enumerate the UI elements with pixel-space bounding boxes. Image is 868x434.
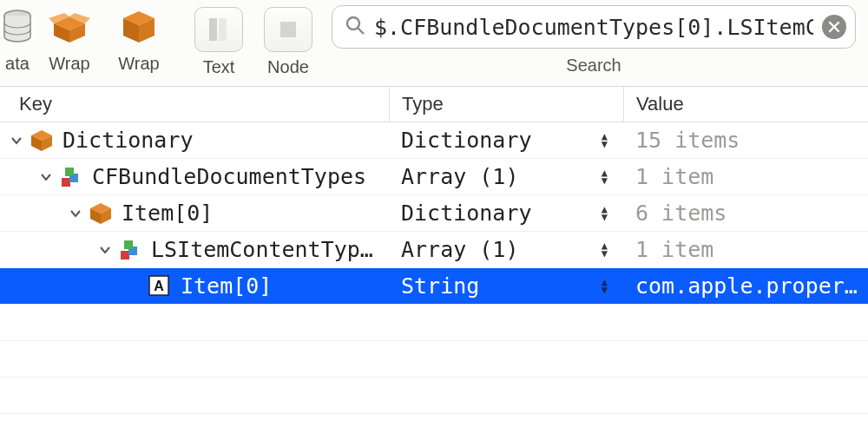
type-stepper[interactable]: ▲▼ xyxy=(602,279,608,294)
column-header-type[interactable]: Type xyxy=(389,87,623,122)
type-stepper[interactable]: ▲▼ xyxy=(602,169,608,185)
table-row[interactable]: Item[0]String▲▼com.apple.proper… xyxy=(0,268,868,305)
search-input[interactable] xyxy=(374,15,813,40)
clear-search-button[interactable] xyxy=(822,15,846,39)
node-mode-icon xyxy=(264,7,312,52)
table-row-empty xyxy=(0,341,868,378)
row-value: 6 items xyxy=(635,201,727,226)
search-field[interactable] xyxy=(332,5,856,49)
string-icon xyxy=(148,274,172,299)
row-type: Array (1) xyxy=(401,164,518,189)
svg-rect-10 xyxy=(219,18,227,41)
database-icon xyxy=(0,5,39,49)
chevron-down-icon[interactable] xyxy=(9,135,24,147)
row-type: Array (1) xyxy=(401,237,518,262)
chevron-down-icon[interactable] xyxy=(38,171,54,183)
toolbar: ata Wrap Wrap xyxy=(0,0,868,87)
text-mode-button[interactable]: Text xyxy=(184,2,253,85)
row-key: Item[0] xyxy=(181,273,272,299)
svg-rect-11 xyxy=(280,22,296,37)
node-mode-button[interactable]: Node xyxy=(253,2,323,85)
plist-tree: DictionaryDictionary▲▼15 itemsCFBundleDo… xyxy=(0,122,868,414)
row-key: Dictionary xyxy=(62,128,194,153)
table-row-empty xyxy=(0,378,868,414)
row-value[interactable]: com.apple.proper… xyxy=(635,273,858,299)
box-orange-icon xyxy=(30,128,54,153)
blocks-icon xyxy=(59,165,83,189)
search-label: Search xyxy=(566,56,621,76)
type-stepper[interactable]: ▲▼ xyxy=(602,206,608,221)
row-value: 1 item xyxy=(635,164,713,189)
row-type: Dictionary xyxy=(401,128,532,153)
text-mode-icon xyxy=(194,7,243,52)
row-value: 15 items xyxy=(635,128,740,153)
box-closed-icon xyxy=(117,5,161,49)
column-header-key[interactable]: Key xyxy=(0,93,389,115)
wrap-closed-label: Wrap xyxy=(118,54,159,74)
chevron-down-icon[interactable] xyxy=(97,244,113,256)
svg-line-13 xyxy=(358,28,364,34)
blocks-icon xyxy=(118,238,142,262)
type-stepper[interactable]: ▲▼ xyxy=(602,133,608,148)
row-type: Dictionary xyxy=(401,201,532,226)
search-icon xyxy=(345,15,365,39)
box-orange-icon xyxy=(89,201,113,226)
wrap-closed-button[interactable]: Wrap xyxy=(104,2,174,85)
search-area: Search xyxy=(323,2,868,76)
wrap-open-label: Wrap xyxy=(49,54,89,74)
wrap-open-button[interactable]: Wrap xyxy=(35,2,104,85)
row-value: 1 item xyxy=(635,237,713,262)
type-stepper[interactable]: ▲▼ xyxy=(602,242,608,258)
text-mode-label: Text xyxy=(203,57,235,77)
svg-rect-9 xyxy=(209,18,217,41)
row-key: Item[0] xyxy=(122,201,213,226)
svg-point-12 xyxy=(347,17,359,30)
column-header-value[interactable]: Value xyxy=(623,87,868,122)
table-row[interactable]: DictionaryDictionary▲▼15 items xyxy=(0,122,868,159)
table-row[interactable]: LSItemContentTyp…Array (1)▲▼1 item xyxy=(0,232,868,268)
row-type: String xyxy=(401,273,479,299)
data-label: ata xyxy=(5,54,30,74)
node-mode-label: Node xyxy=(267,57,309,77)
table-row-empty xyxy=(0,305,868,341)
table-row[interactable]: Item[0]Dictionary▲▼6 items xyxy=(0,195,868,232)
chevron-down-icon[interactable] xyxy=(68,207,83,220)
row-key: LSItemContentTyp… xyxy=(151,237,373,262)
box-open-icon xyxy=(48,5,91,49)
table-header: Key Type Value xyxy=(0,87,868,122)
row-key: CFBundleDocumentTypes xyxy=(92,164,366,189)
data-button[interactable]: ata xyxy=(0,2,35,85)
table-row[interactable]: CFBundleDocumentTypesArray (1)▲▼1 item xyxy=(0,159,868,195)
